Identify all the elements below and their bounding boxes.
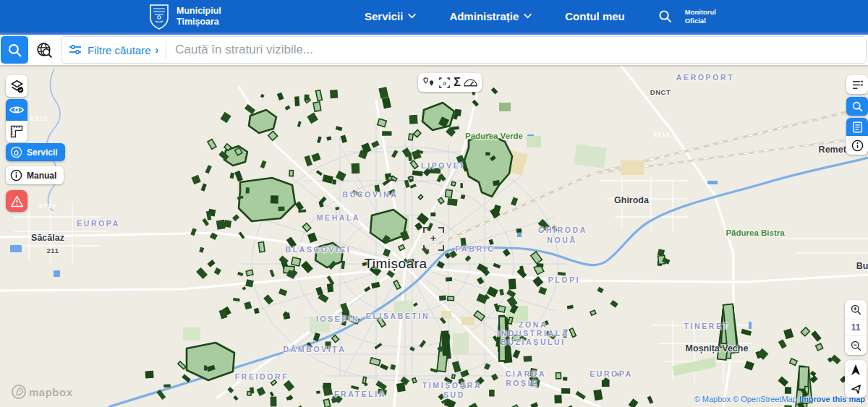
brand-line1: Municipiul <box>176 6 221 17</box>
info-icon <box>10 169 22 181</box>
nav-item-servicii[interactable]: Servicii <box>365 10 416 22</box>
servicii-button[interactable]: Servicii <box>6 143 65 161</box>
mapbox-icon <box>12 385 26 399</box>
zoom-controls: 11 <box>845 300 867 355</box>
compass-north-button[interactable] <box>850 364 861 377</box>
manual-label: Manual <box>27 171 56 181</box>
navbar-search-button[interactable] <box>658 9 672 23</box>
monitor-line1: Monitorul <box>685 8 716 17</box>
map-info-button[interactable] <box>846 136 868 155</box>
list-filter-icon <box>851 80 864 90</box>
visibility-button[interactable] <box>6 99 27 121</box>
search-icon <box>7 43 22 58</box>
search-box: Filtre căutare › <box>61 36 867 64</box>
layer-list-button[interactable] <box>846 75 868 94</box>
nav-menu: Servicii Administrație Contul meu <box>365 9 672 23</box>
layers-check-icon <box>9 79 25 94</box>
map-canvas[interactable]: AEROPORTDNCT591C6910Padurea VerdeRemetea… <box>0 65 868 407</box>
nav-item-contul-meu[interactable]: Contul meu <box>565 10 625 22</box>
nav-item-label: Contul meu <box>565 10 625 22</box>
pin-home-icon <box>10 146 22 158</box>
monitorul-oficial-link[interactable]: Monitorul Oficial <box>685 8 716 25</box>
search-toolbar: Filtre căutare › <box>0 35 868 65</box>
compass-controls <box>845 360 867 398</box>
tilt-arrow-icon <box>851 384 861 394</box>
warning-triangle-icon <box>10 195 24 207</box>
search-button[interactable] <box>1 36 28 64</box>
search-icon <box>851 100 864 113</box>
global-search-button[interactable] <box>30 36 58 64</box>
layers-button[interactable] <box>6 75 27 97</box>
chevron-down-icon <box>408 14 416 19</box>
zoom-level-value: 11 <box>845 319 867 336</box>
filter-search-label: Filtre căutare <box>88 44 151 56</box>
globe-search-icon <box>35 41 54 59</box>
select-area-tool-button[interactable]: d <box>438 77 451 89</box>
alerts-button[interactable] <box>6 190 27 212</box>
filter-search-button[interactable]: Filtre căutare › <box>61 44 166 56</box>
measure-button[interactable] <box>6 121 27 142</box>
map-graphics <box>0 65 868 407</box>
layer-search-input[interactable] <box>166 43 866 57</box>
servicii-label: Servicii <box>27 147 58 158</box>
zoom-out-icon <box>850 340 862 352</box>
protractor-icon <box>464 78 477 87</box>
map-attribution: © Mapbox © OpenStreetMap Improve this ma… <box>694 395 865 403</box>
mapbox-logo[interactable]: mapbox <box>12 385 73 399</box>
map-search-button[interactable] <box>846 97 868 116</box>
sum-tool-button[interactable]: Σ <box>454 77 461 88</box>
sigma-icon: Σ <box>454 77 461 88</box>
measure-toolbar: d Σ <box>418 73 482 92</box>
north-arrow-icon <box>850 364 861 377</box>
select-area-icon: d <box>438 77 451 89</box>
brand[interactable]: Municipiul Timișoara <box>148 4 221 30</box>
coat-of-arms-logo <box>148 4 170 30</box>
filter-sliders-icon <box>69 44 82 56</box>
angle-tool-button[interactable] <box>464 78 477 87</box>
info-icon <box>851 140 864 152</box>
mapbox-wordmark: mapbox <box>29 386 73 398</box>
nav-item-label: Administrație <box>449 10 519 22</box>
pins-icon <box>422 77 435 88</box>
pins-tool-button[interactable] <box>422 77 435 88</box>
nav-item-label: Servicii <box>365 10 403 22</box>
search-icon <box>658 9 672 23</box>
gis-application: Municipiul Timișoara Servicii Administra… <box>0 0 868 407</box>
eye-icon <box>9 105 24 115</box>
osm-attribution-link[interactable]: © OpenStreetMap <box>733 395 797 403</box>
brand-line2: Timișoara <box>176 17 221 27</box>
zoom-in-button[interactable] <box>845 300 867 319</box>
zoom-out-button[interactable] <box>845 336 867 355</box>
chevron-right-icon: › <box>156 44 159 56</box>
zoom-in-icon <box>850 304 862 316</box>
svg-text:d: d <box>443 80 446 87</box>
nav-item-administratie[interactable]: Administrație <box>449 10 532 22</box>
legend-button[interactable] <box>846 118 868 136</box>
monitor-line2: Oficial <box>685 17 716 25</box>
legend-icon <box>852 121 863 133</box>
mapbox-attribution-link[interactable]: © Mapbox <box>694 395 731 403</box>
improve-map-link[interactable]: Improve this map <box>799 395 865 403</box>
chevron-down-icon <box>524 14 532 19</box>
pitch-toggle-button[interactable] <box>851 384 861 394</box>
top-navbar: Municipiul Timișoara Servicii Administra… <box>0 0 868 35</box>
ruler-icon <box>9 124 24 139</box>
manual-button[interactable]: Manual <box>6 166 64 184</box>
